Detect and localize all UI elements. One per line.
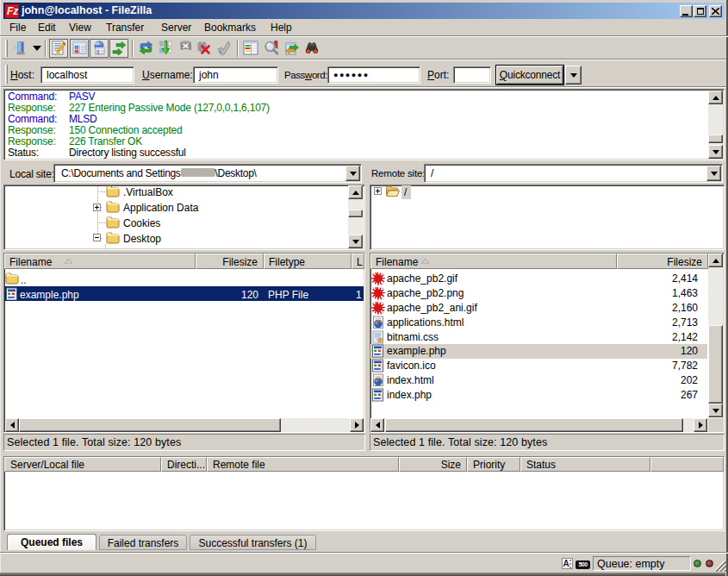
svg-text:A: A: [563, 559, 569, 568]
svg-text:Fz: Fz: [7, 5, 18, 17]
